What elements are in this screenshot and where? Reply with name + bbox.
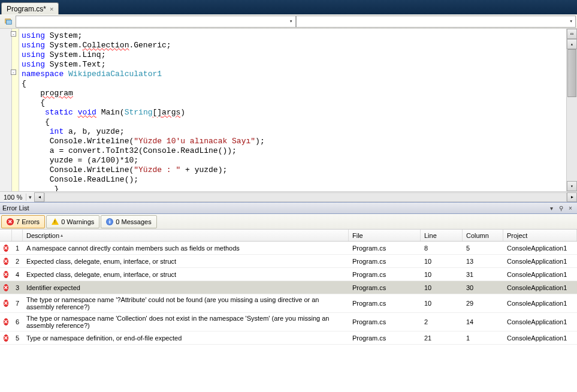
- error-row[interactable]: ✕4Expected class, delegate, enum, interf…: [0, 268, 577, 281]
- code-line[interactable]: using System.Collection.Generic;: [19, 41, 566, 50]
- editor-status-bar: 100 % ▾ ◂ ▸: [0, 191, 577, 202]
- document-tab-bar: Program.cs* ×: [0, 0, 577, 14]
- file-tab[interactable]: Program.cs* ×: [1, 2, 59, 14]
- pin-icon[interactable]: ⚲: [557, 204, 565, 212]
- code-line[interactable]: }: [19, 185, 566, 191]
- error-line: 21: [421, 333, 463, 343]
- change-margin: [12, 29, 19, 191]
- error-line: 10: [421, 269, 463, 280]
- error-file: Program.cs: [349, 298, 421, 309]
- error-project: ConsoleApplication1: [503, 298, 577, 309]
- code-line[interactable]: program: [19, 89, 566, 98]
- error-line: 10: [421, 256, 463, 267]
- close-icon[interactable]: ×: [50, 5, 53, 13]
- code-line[interactable]: using System.Text;: [19, 60, 566, 70]
- col-column[interactable]: Column: [463, 230, 503, 241]
- error-list-header[interactable]: Error List ▾ ⚲ ×: [0, 202, 577, 214]
- chevron-down-icon[interactable]: ▾: [26, 194, 34, 200]
- chevron-down-icon: ▾: [289, 18, 292, 25]
- outline-toggle-icon[interactable]: -: [11, 70, 16, 75]
- error-list-title: Error List: [2, 204, 29, 212]
- warnings-filter-button[interactable]: 0 Warnings: [46, 215, 99, 228]
- error-number: 7: [12, 298, 23, 309]
- error-line: 8: [421, 243, 463, 254]
- vertical-scrollbar[interactable]: ▭ ▴ ▾: [566, 29, 577, 191]
- class-icon: [4, 17, 13, 26]
- error-icon: ✕: [4, 271, 8, 278]
- error-description: Expected class, delegate, enum, interfac…: [23, 256, 349, 267]
- code-line[interactable]: static void Main(String[]args): [19, 108, 566, 117]
- error-row[interactable]: ✕1A namespace cannot directly contain me…: [0, 242, 577, 255]
- member-dropdown[interactable]: ▾: [296, 16, 576, 28]
- hscroll-track[interactable]: [44, 192, 567, 202]
- error-project: ConsoleApplication1: [503, 282, 577, 293]
- col-line[interactable]: Line: [421, 230, 463, 241]
- code-line[interactable]: a = convert.ToInt32(Console.ReadLine());: [19, 146, 566, 156]
- error-icon: ✕: [4, 300, 8, 307]
- error-filter-bar: ✕ 7 Errors 0 Warnings i 0 Messages: [0, 214, 577, 230]
- error-icon: ✕: [4, 318, 8, 325]
- code-line[interactable]: {: [19, 79, 566, 89]
- type-dropdown[interactable]: ▾: [16, 16, 296, 28]
- col-number[interactable]: [12, 230, 23, 241]
- code-line[interactable]: {: [19, 98, 566, 108]
- warnings-count: 0 Warnings: [61, 218, 94, 225]
- error-column: 31: [463, 269, 503, 280]
- error-description: The type or namespace name 'Collection' …: [23, 313, 349, 331]
- col-description[interactable]: Description▴: [23, 230, 349, 241]
- error-row[interactable]: ✕6The type or namespace name 'Collection…: [0, 313, 577, 331]
- scroll-right-icon[interactable]: ▸: [567, 192, 577, 202]
- col-file[interactable]: File: [349, 230, 421, 241]
- code-line[interactable]: Console.WriteLine("Yüzde : " + yuzde);: [19, 165, 566, 175]
- code-line[interactable]: -using System;: [19, 31, 566, 41]
- split-icon[interactable]: ▭: [567, 29, 577, 39]
- error-row[interactable]: ✕2Expected class, delegate, enum, interf…: [0, 255, 577, 268]
- error-number: 5: [12, 333, 23, 343]
- error-file: Program.cs: [349, 269, 421, 280]
- code-line[interactable]: yuzde = (a/100)*10;: [19, 156, 566, 165]
- scroll-track[interactable]: [567, 49, 577, 181]
- chevron-down-icon: ▾: [570, 18, 573, 25]
- col-project[interactable]: Project: [503, 230, 577, 241]
- editor-gutter: [0, 29, 12, 191]
- scroll-down-icon[interactable]: ▾: [567, 181, 577, 191]
- error-row[interactable]: ✕7The type or namespace name '?Attribute…: [0, 294, 577, 313]
- window-position-icon[interactable]: ▾: [547, 204, 555, 212]
- error-column: 30: [463, 282, 503, 293]
- error-row[interactable]: ✕5Type or namespace definition, or end-o…: [0, 331, 577, 345]
- errors-filter-button[interactable]: ✕ 7 Errors: [1, 215, 45, 228]
- error-column: 29: [463, 298, 503, 309]
- error-table-header[interactable]: Description▴ File Line Column Project: [0, 230, 577, 242]
- messages-count: 0 Messages: [116, 218, 151, 225]
- code-text-area[interactable]: -using System;using System.Collection.Ge…: [19, 29, 566, 191]
- tab-title: Program.cs*: [7, 5, 46, 13]
- error-file: Program.cs: [349, 243, 421, 254]
- warning-icon: [52, 218, 59, 225]
- code-line[interactable]: using System.Linq;: [19, 50, 566, 60]
- code-line[interactable]: Console.Writeline("Yüzde 10'u alınacak S…: [19, 137, 566, 146]
- error-line: 2: [421, 316, 463, 327]
- error-description: A namespace cannot directly contain memb…: [23, 243, 349, 254]
- error-number: 6: [12, 316, 23, 327]
- outline-toggle-icon[interactable]: -: [11, 31, 16, 37]
- code-line[interactable]: -namespace WikipediaCalculator1: [19, 70, 566, 79]
- error-icon: ✕: [4, 284, 8, 291]
- scroll-left-icon[interactable]: ◂: [34, 192, 44, 202]
- error-file: Program.cs: [349, 256, 421, 267]
- code-line[interactable]: {: [19, 117, 566, 127]
- code-line[interactable]: Console.ReadLine();: [19, 175, 566, 185]
- messages-filter-button[interactable]: i 0 Messages: [101, 215, 156, 228]
- error-column: 5: [463, 243, 503, 254]
- code-editor[interactable]: -using System;using System.Collection.Ge…: [0, 29, 577, 191]
- error-row[interactable]: ✕3Identifier expectedProgram.cs1030Conso…: [0, 281, 577, 294]
- error-number: 2: [12, 256, 23, 267]
- col-icon[interactable]: [0, 230, 12, 241]
- scroll-thumb[interactable]: [567, 49, 576, 97]
- error-number: 1: [12, 243, 23, 254]
- zoom-level[interactable]: 100 %: [0, 194, 26, 201]
- scroll-up-icon[interactable]: ▴: [567, 39, 577, 49]
- error-icon: ✕: [4, 258, 8, 265]
- code-line[interactable]: int a, b, yuzde;: [19, 127, 566, 137]
- close-icon[interactable]: ×: [566, 204, 575, 212]
- error-icon: ✕: [4, 245, 8, 252]
